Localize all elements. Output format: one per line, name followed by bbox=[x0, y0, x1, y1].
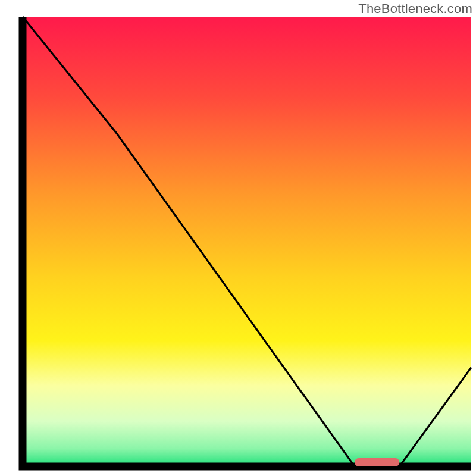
chart-frame: TheBottleneck.com bbox=[0, 0, 476, 476]
bottleneck-chart bbox=[0, 0, 476, 476]
watermark-text: TheBottleneck.com bbox=[358, 1, 472, 17]
optimal-range-marker bbox=[355, 458, 399, 466]
plot-background bbox=[23, 17, 471, 466]
